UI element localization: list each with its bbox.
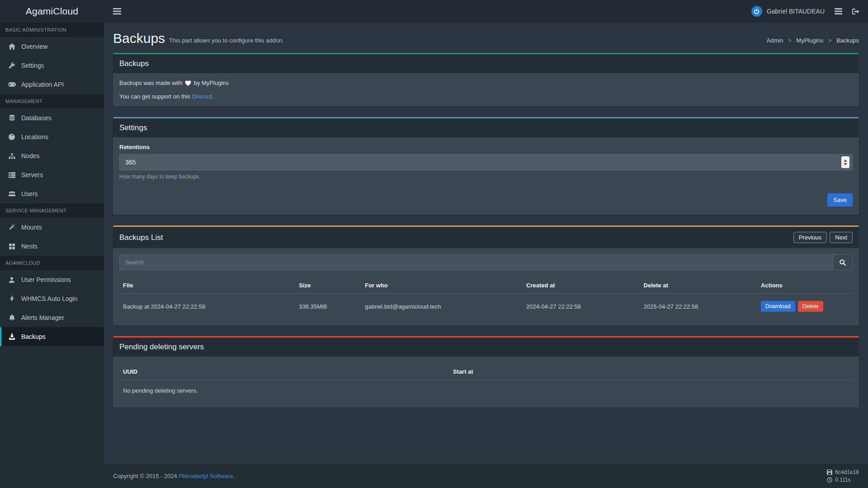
gamepad-icon <box>8 82 16 87</box>
sidebar-item-user-permissions[interactable]: User Permissions <box>0 270 104 289</box>
search-icon <box>840 259 846 266</box>
box-title: Settings <box>119 123 147 132</box>
brand-logo[interactable]: AgamiCloud <box>0 0 104 23</box>
discord-link[interactable]: Discord <box>192 93 212 100</box>
sidebar-item-locations[interactable]: Locations <box>0 127 104 146</box>
user-avatar <box>751 6 762 17</box>
cell-delete-at: 2025-04-27 22:22:58 <box>640 294 758 319</box>
search-input[interactable] <box>119 254 833 270</box>
cell-created-at: 2024-04-27 22:22:58 <box>523 294 640 319</box>
pterodactyl-link[interactable]: Pterodactyl Software <box>179 473 233 479</box>
sidebar-toggle-icon[interactable] <box>113 8 121 14</box>
support-text: You can get support on this Discord. <box>119 93 853 100</box>
pending-servers-table: UUID Start at No pending deleting server… <box>119 364 853 401</box>
spinner-down-icon[interactable] <box>844 163 847 165</box>
top-navbar: AgamiCloud Gabriel BITAUDEAU <box>0 0 868 23</box>
home-icon <box>8 43 16 50</box>
retentions-help-text: How many days to keep backups. <box>119 174 853 180</box>
retentions-input[interactable] <box>119 154 853 170</box>
sidebar-item-databases[interactable]: Databases <box>0 108 104 127</box>
sidebar-section-management: MANAGEMENT <box>0 94 104 108</box>
users-icon <box>8 191 16 197</box>
backups-list-box-header: Backups List Previous Next <box>113 227 859 248</box>
breadcrumb-myplugins[interactable]: MyPlugins <box>796 37 823 44</box>
col-header-for-who: For who <box>361 277 523 294</box>
col-header-uuid: UUID <box>119 364 449 380</box>
database-icon <box>8 115 16 122</box>
sidebar-item-label: Application API <box>21 81 64 88</box>
backups-info-box-body: Backups was made with by MyPlugins You c… <box>113 73 859 106</box>
backups-info-box: Backups Backups was made with by MyPlugi… <box>113 53 859 106</box>
cell-for-who: gabriel.btd@agamicloud.tech <box>361 294 523 319</box>
server-status-icon[interactable] <box>835 8 842 14</box>
breadcrumb-current: Backups <box>836 37 859 44</box>
sidebar: BASIC ADMINISTRATION Overview Settings A… <box>0 23 104 488</box>
sidebar-item-users[interactable]: Users <box>0 184 104 203</box>
sidebar-item-label: Mounts <box>21 224 42 231</box>
delete-button[interactable]: Delete <box>798 301 823 312</box>
user-icon <box>8 277 16 283</box>
save-button[interactable]: Save <box>827 193 853 206</box>
render-time-line: 0.111s <box>827 477 850 483</box>
box-title: Pending deleting servers <box>119 343 204 352</box>
backups-table: File Size For who Created at Delete at A… <box>119 277 853 319</box>
sidebar-item-label: Databases <box>21 114 52 122</box>
sidebar-item-nests[interactable]: Nests <box>0 237 104 256</box>
backups-list-box-body: File Size For who Created at Delete at A… <box>113 248 859 325</box>
sitemap-icon <box>8 153 16 159</box>
footer: Copyright © 2015 - 2024 Pterodactyl Soft… <box>104 464 868 488</box>
sidebar-item-label: Settings <box>21 62 44 69</box>
sidebar-item-settings[interactable]: Settings <box>0 56 104 75</box>
col-header-actions: Actions <box>757 277 853 294</box>
sidebar-item-nodes[interactable]: Nodes <box>0 146 104 165</box>
next-page-button[interactable]: Next <box>830 232 853 243</box>
bell-icon <box>8 314 16 321</box>
sidebar-item-backups[interactable]: Backups <box>0 327 104 346</box>
spinner-up-icon[interactable] <box>844 160 847 162</box>
server-icon <box>8 172 16 178</box>
col-header-file: File <box>119 277 295 294</box>
sidebar-item-label: Nests <box>21 243 38 250</box>
copyright-text: Copyright © 2015 - 2024 Pterodactyl Soft… <box>113 473 235 479</box>
search-button[interactable] <box>833 254 853 270</box>
pending-servers-box-body: UUID Start at No pending deleting server… <box>113 357 859 408</box>
breadcrumb-separator: > <box>828 37 832 44</box>
heart-icon <box>185 80 191 86</box>
sidebar-item-overview[interactable]: Overview <box>0 37 104 56</box>
sidebar-item-label: User Permissions <box>21 276 71 283</box>
col-header-start-at: Start at <box>449 364 853 380</box>
sidebar-item-alerts-manager[interactable]: Alerts Manager <box>0 308 104 327</box>
cell-size: 336.35MiB <box>295 294 361 319</box>
table-row: Backup at 2024-04-27 22:22:58 336.35MiB … <box>119 294 853 319</box>
retentions-label: Retentions <box>119 144 853 150</box>
logout-icon[interactable] <box>852 8 860 15</box>
sidebar-item-mounts[interactable]: Mounts <box>0 218 104 237</box>
sidebar-item-servers[interactable]: Servers <box>0 165 104 184</box>
sidebar-item-label: Overview <box>21 43 47 50</box>
magic-wand-icon <box>8 224 16 230</box>
download-button[interactable]: Download <box>761 301 795 312</box>
cell-file: Backup at 2024-04-27 22:22:58 <box>119 294 295 319</box>
sidebar-item-label: WHMCS Auto Login <box>21 295 78 302</box>
page-title: Backups <box>113 31 165 46</box>
grid-icon <box>8 244 16 249</box>
breadcrumb-admin[interactable]: Admin <box>767 37 783 44</box>
sidebar-item-whmcs-auto-login[interactable]: WHMCS Auto Login <box>0 289 104 308</box>
sidebar-item-label: Backups <box>21 333 46 340</box>
sidebar-section-agamicloud: AGAMICLOUD <box>0 256 104 270</box>
sidebar-item-label: Locations <box>21 133 48 141</box>
globe-icon <box>8 134 16 140</box>
clock-icon <box>827 477 832 483</box>
user-name: Gabriel BITAUDEAU <box>767 8 825 15</box>
power-icon <box>754 9 760 14</box>
sidebar-item-application-api[interactable]: Application API <box>0 75 104 94</box>
previous-page-button[interactable]: Previous <box>793 232 827 243</box>
render-time: 0.111s <box>835 477 850 483</box>
user-menu[interactable]: Gabriel BITAUDEAU <box>751 6 825 17</box>
box-title: Backups <box>119 59 149 68</box>
sidebar-item-label: Nodes <box>21 152 39 160</box>
number-spinner[interactable] <box>841 156 849 168</box>
pending-servers-box: Pending deleting servers UUID Start at <box>113 336 859 408</box>
sidebar-item-label: Servers <box>21 171 43 178</box>
col-header-created-at: Created at <box>523 277 640 294</box>
